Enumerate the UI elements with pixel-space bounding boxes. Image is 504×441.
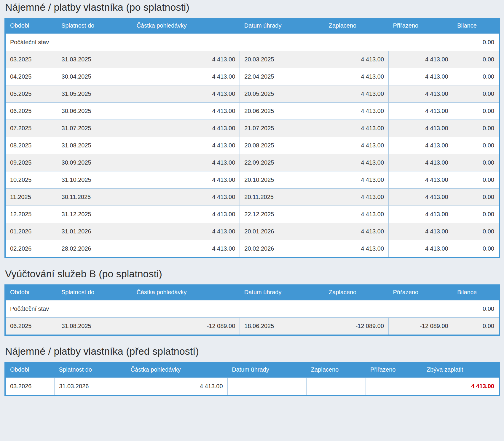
- cell: 4 413.00: [132, 206, 240, 223]
- cell: 30.11.2025: [57, 189, 132, 206]
- cell: 0.00: [453, 68, 499, 85]
- cell: 20.01.2026: [240, 223, 324, 240]
- table-row: 02.202628.02.20264 413.0020.02.20264 413…: [5, 240, 499, 258]
- cell: 4 413.00: [324, 51, 389, 68]
- rent-upcoming-table: ObdobiSplatnost doČástka pohledávkyDatum…: [4, 362, 500, 396]
- cell: 4 413.00: [324, 223, 389, 240]
- cell: 0.00: [453, 154, 499, 171]
- cell: 4 413.00: [324, 137, 389, 154]
- cell: 4 413.00: [132, 223, 240, 240]
- cell: 4 413.00: [132, 154, 240, 171]
- cell: 4 413.00: [324, 85, 389, 103]
- section-services-overdue: Vyúčtování služeb B (po splatnosti) Obdo…: [4, 267, 500, 336]
- header-row: ObdobiSplatnost doČástka pohledávkyDatum…: [5, 284, 499, 300]
- column-header: Přiřazeno: [366, 362, 422, 378]
- cell: 21.07.2025: [240, 120, 324, 137]
- section-rent-overdue: Nájemné / platby vlastníka (po splatnost…: [4, 1, 500, 258]
- cell: -12 089.00: [324, 318, 389, 335]
- column-header: Obdobi: [5, 18, 57, 34]
- cell: 4 413.00: [132, 240, 240, 258]
- column-header: Přiřazeno: [389, 284, 453, 300]
- cell: 4 413.00: [389, 171, 453, 189]
- cell: 4 413.00: [324, 103, 389, 120]
- cell: 09.2025: [5, 154, 57, 171]
- column-header: Datum úhrady: [227, 362, 307, 378]
- cell: 4 413.00: [389, 206, 453, 223]
- column-header: Obdobi: [5, 362, 55, 378]
- cell: 4 413.00: [132, 171, 240, 189]
- column-header: Bilance: [453, 18, 499, 34]
- cell: 0.00: [453, 85, 499, 103]
- table-row: 11.202530.11.20254 413.0020.11.20254 413…: [5, 189, 499, 206]
- table-row: 10.202531.10.20254 413.0020.10.20254 413…: [5, 171, 499, 189]
- cell: [227, 378, 307, 396]
- cell: 01.2026: [5, 223, 57, 240]
- cell: 0.00: [453, 318, 499, 335]
- cell: 20.06.2025: [240, 103, 324, 120]
- cell: 4 413.00: [324, 240, 389, 258]
- cell: 20.11.2025: [240, 189, 324, 206]
- cell: 31.12.2025: [57, 206, 132, 223]
- column-header: Zbýva zaplatit: [422, 362, 499, 378]
- cell: 0.00: [453, 51, 499, 68]
- cell: 4 413.00: [132, 103, 240, 120]
- cell: 20.05.2025: [240, 85, 324, 103]
- cell: 30.06.2025: [57, 103, 132, 120]
- cell: 31.08.2025: [57, 318, 132, 335]
- column-header: Částka pohledávky: [126, 362, 227, 378]
- cell: 0.00: [453, 189, 499, 206]
- cell: 02.2026: [5, 240, 57, 258]
- section-rent-upcoming: Nájemné / platby vlastníka (před splatno…: [4, 345, 500, 396]
- cell: 0.00: [453, 171, 499, 189]
- cell: 20.10.2025: [240, 171, 324, 189]
- cell: 0.00: [453, 137, 499, 154]
- header-row: ObdobiSplatnost doČástka pohledávkyDatum…: [5, 362, 499, 378]
- page: { "colors": { "header_bg": "#4297d4", "t…: [0, 0, 504, 441]
- cell: 0.00: [453, 240, 499, 258]
- cell: 06.2025: [5, 103, 57, 120]
- column-header: Datum úhrady: [240, 18, 324, 34]
- cell: 4 413.00: [422, 378, 499, 396]
- cell: 4 413.00: [389, 223, 453, 240]
- cell: 0.00: [453, 206, 499, 223]
- content: Nájemné / platby vlastníka (po splatnost…: [0, 0, 504, 408]
- cell: 10.2025: [5, 171, 57, 189]
- cell: 28.02.2026: [57, 240, 132, 258]
- initial-balance-row: Počáteční stav0.00: [5, 300, 499, 318]
- cell: 0.00: [453, 223, 499, 240]
- cell: 4 413.00: [132, 51, 240, 68]
- cell: 4 413.00: [132, 189, 240, 206]
- cell: 4 413.00: [126, 378, 227, 396]
- cell: -12 089.00: [389, 318, 453, 335]
- cell: 03.2025: [5, 51, 57, 68]
- section-title: Nájemné / platby vlastníka (před splatno…: [5, 345, 500, 358]
- cell: 0.00: [453, 120, 499, 137]
- cell: 4 413.00: [132, 85, 240, 103]
- cell: 4 413.00: [389, 189, 453, 206]
- cell: 4 413.00: [132, 68, 240, 85]
- cell: 06.2025: [5, 318, 57, 335]
- table-row: 06.202530.06.20254 413.0020.06.20254 413…: [5, 103, 499, 120]
- cell: 4 413.00: [324, 68, 389, 85]
- cell: 31.08.2025: [57, 137, 132, 154]
- cell: 05.2025: [5, 85, 57, 103]
- cell: 31.03.2025: [57, 51, 132, 68]
- column-header: Datum úhrady: [240, 284, 324, 300]
- cell: 22.09.2025: [240, 154, 324, 171]
- column-header: Částka pohledávky: [132, 284, 240, 300]
- column-header: Splatnost do: [55, 362, 126, 378]
- cell: 20.02.2026: [240, 240, 324, 258]
- table-row: 01.202631.01.20264 413.0020.01.20264 413…: [5, 223, 499, 240]
- column-header: Částka pohledávky: [132, 18, 240, 34]
- cell: 31.01.2026: [57, 223, 132, 240]
- cell: -12 089.00: [132, 318, 240, 335]
- cell: 4 413.00: [324, 206, 389, 223]
- initial-balance-value: 0.00: [453, 300, 499, 318]
- table-row: 07.202531.07.20254 413.0021.07.20254 413…: [5, 120, 499, 137]
- cell: 07.2025: [5, 120, 57, 137]
- table-row: 09.202530.09.20254 413.0022.09.20254 413…: [5, 154, 499, 171]
- initial-balance-row: Počáteční stav0.00: [5, 34, 499, 51]
- cell: 18.06.2025: [240, 318, 324, 335]
- table-row: 05.202531.05.20254 413.0020.05.20254 413…: [5, 85, 499, 103]
- cell: 4 413.00: [324, 189, 389, 206]
